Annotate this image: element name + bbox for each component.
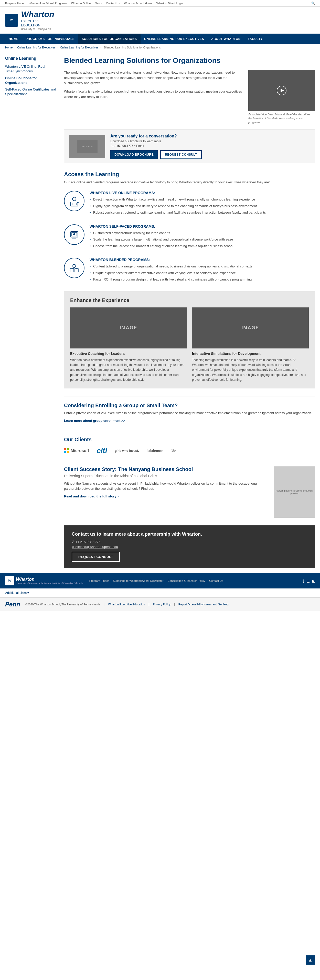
live-online-icon bbox=[69, 196, 80, 207]
footer-link-privacy[interactable]: Privacy Policy bbox=[153, 603, 170, 606]
enhance-cards: IMAGE Executive Coaching for Leaders Wha… bbox=[70, 307, 309, 382]
contact-info: ✆ +1.215.898.1776 ✉ execed@wharton.upenn… bbox=[72, 540, 307, 549]
breadcrumb-online[interactable]: Online Learning for Executives bbox=[17, 46, 55, 49]
citi-logo: citi bbox=[97, 447, 107, 455]
microsoft-logo: Microsoft bbox=[64, 448, 89, 453]
ms-square-green bbox=[67, 448, 69, 450]
cta-banner: turn & return Are you ready for a conver… bbox=[64, 129, 315, 163]
contact-email: ✉ execed@wharton.upenn.edu bbox=[72, 545, 307, 549]
intro-para-1: The world is adjusting to new ways of wo… bbox=[64, 70, 243, 86]
nav-item-faculty[interactable]: FACULTY bbox=[244, 34, 266, 44]
svg-rect-14 bbox=[75, 269, 78, 272]
main-content: Blended Learning Solutions for Organizat… bbox=[64, 56, 315, 568]
group-enrollment-link[interactable]: Learn more about group enrollment >> bbox=[64, 419, 125, 423]
microsoft-label: Microsoft bbox=[71, 449, 89, 453]
nav-item-online[interactable]: ONLINE LEARNING FOR EXECUTIVES bbox=[141, 34, 208, 44]
program-self-paced-name: WHARTON SELF-PACED PROGRAMS: bbox=[90, 224, 315, 229]
breadcrumb-home[interactable]: Home bbox=[5, 46, 13, 49]
contact-phone: ✆ +1.215.898.1776 bbox=[72, 540, 307, 544]
additional-links-toggle[interactable]: Additional Links ▾ bbox=[5, 591, 29, 595]
utility-link-live[interactable]: Wharton Live Virtual Programs bbox=[29, 2, 67, 5]
play-icon bbox=[276, 85, 287, 95]
utility-link-direct[interactable]: Wharton Direct Login bbox=[157, 2, 183, 5]
program-live-bullet-3: Robust curriculum structured to optimize… bbox=[90, 210, 315, 215]
footer-link-newsletter[interactable]: Subscribe to Wharton@Work Newsletter bbox=[113, 579, 163, 582]
nav-item-about[interactable]: ABOUT WHARTON bbox=[208, 34, 244, 44]
site-header: W Wharton EXECUTIVE EDUCATION University… bbox=[0, 7, 320, 34]
sidebar-menu: Wharton LIVE Online: Real-Time/Synchrono… bbox=[5, 64, 56, 96]
clients-section: Our Clients Microsoft citi girls who inv… bbox=[64, 437, 315, 518]
exec-education-label: EXECUTIVE EDUCATION bbox=[21, 19, 54, 27]
access-section-subtitle: Our live online and blended programs lev… bbox=[64, 180, 315, 185]
program-self-paced-bullet-3: Choose from the largest and broadest cat… bbox=[90, 243, 315, 249]
intro-image-area: Associate Vice Dean Michael Malefakis de… bbox=[248, 70, 315, 124]
footer-link-accessibility[interactable]: Report Accessibility Issues and Get Help bbox=[178, 603, 229, 606]
program-live-bullet-1: Direct interaction with Wharton faculty—… bbox=[90, 197, 315, 202]
program-blended-icon bbox=[64, 258, 84, 278]
utility-link-school[interactable]: Wharton School Home bbox=[124, 2, 152, 5]
footer-link-exec-education[interactable]: Wharton Executive Education bbox=[108, 603, 145, 606]
coaching-image-placeholder: IMAGE bbox=[70, 307, 187, 348]
nav-item-programs[interactable]: PROGRAMS FOR INDIVIDUALS bbox=[22, 34, 78, 44]
intro-video-placeholder[interactable] bbox=[248, 70, 315, 111]
enhance-title: Enhance the Experience bbox=[70, 298, 309, 303]
simulations-card-text: Teaching through simulation is a powerfu… bbox=[192, 358, 309, 382]
utility-link-news[interactable]: News bbox=[95, 2, 102, 5]
youtube-icon[interactable]: ▶ bbox=[312, 579, 315, 583]
footer-nav-bar: W Wharton University of Pennsylvania Sam… bbox=[0, 573, 320, 589]
program-self-paced: WHARTON SELF-PACED PROGRAMS: Customized … bbox=[64, 224, 315, 250]
program-blended-bullets: Content tailored to a range of organizat… bbox=[90, 264, 315, 282]
simulations-card-title: Interactive Simulations for Development bbox=[192, 352, 309, 356]
sidebar-item-self-paced[interactable]: Self-Paced Online Certificates and Speci… bbox=[5, 87, 56, 96]
nav-item-solutions[interactable]: SOLUTIONS FOR ORGANIZATIONS bbox=[78, 34, 140, 44]
request-consult-button-top[interactable]: REQUEST CONSULT bbox=[160, 150, 202, 159]
additional-links-bar: Additional Links ▾ bbox=[0, 589, 320, 597]
program-self-paced-bullet-2: Scale the learning across a large, multi… bbox=[90, 237, 315, 242]
linkedin-icon[interactable]: in bbox=[307, 579, 309, 583]
footer-social-links: f in ▶ bbox=[303, 579, 315, 583]
utility-link-online[interactable]: Wharton Online bbox=[71, 2, 90, 5]
sidebar-item-live-online[interactable]: Wharton LIVE Online: Real-Time/Synchrono… bbox=[5, 64, 56, 73]
enhance-card-simulations: IMAGE Interactive Simulations for Develo… bbox=[192, 307, 309, 382]
footer-wharton-shield: W bbox=[5, 576, 14, 585]
self-paced-icon bbox=[69, 229, 80, 240]
program-blended-name: WHARTON BLENDED PROGRAMS: bbox=[90, 258, 315, 262]
lululemon-logo: lululemon bbox=[147, 449, 163, 453]
program-live-bullets: Direct interaction with Wharton faculty—… bbox=[90, 197, 315, 215]
breadcrumb-online2[interactable]: Online Learning for Executives bbox=[60, 46, 98, 49]
program-self-paced-bullets: Customized asynchronous learning for lar… bbox=[90, 231, 315, 249]
program-blended-bullet-1: Content tailored to a range of organizat… bbox=[90, 264, 315, 269]
footer-link-contact[interactable]: Contact Us bbox=[209, 579, 223, 582]
footer-link-cancellation[interactable]: Cancellation & Transfer Policy bbox=[168, 579, 205, 582]
page-layout: Online Learning Wharton LIVE Online: Rea… bbox=[0, 51, 320, 573]
sidebar-title: Online Learning bbox=[5, 56, 56, 61]
utility-bar: Program Finder Wharton Live Virtual Prog… bbox=[0, 0, 320, 7]
page-title: Blended Learning Solutions for Organizat… bbox=[64, 56, 315, 65]
program-live-content: WHARTON LIVE ONLINE PROGRAMS: Direct int… bbox=[90, 191, 315, 217]
svg-point-4 bbox=[73, 197, 76, 201]
sidebar: Online Learning Wharton LIVE Online: Rea… bbox=[5, 56, 56, 568]
cta-banner-image: turn & return bbox=[70, 135, 105, 158]
program-self-paced-icon bbox=[64, 224, 84, 245]
coaching-card-title: Executive Coaching for Leaders bbox=[70, 352, 187, 356]
penn-copyright: ©2020 The Wharton School, The University… bbox=[25, 603, 100, 606]
nav-item-home[interactable]: HOME bbox=[5, 34, 22, 44]
girls-who-invest-logo: girls who invest. bbox=[115, 449, 139, 453]
intro-text: The world is adjusting to new ways of wo… bbox=[64, 70, 243, 124]
case-study-link[interactable]: Read and download the full story » bbox=[64, 494, 119, 498]
penn-footer: Penn ©2020 The Wharton School, The Unive… bbox=[0, 597, 320, 611]
svg-text:turn & return: turn & return bbox=[82, 145, 93, 148]
svg-point-10 bbox=[73, 233, 75, 235]
footer-link-program-finder[interactable]: Program Finder bbox=[89, 579, 109, 582]
case-study-subtitle: Delivering Superb Education in the Midst… bbox=[64, 474, 269, 478]
penn-footer-links: ©2020 The Wharton School, The University… bbox=[25, 603, 315, 606]
main-navigation: HOME PROGRAMS FOR INDIVIDUALS SOLUTIONS … bbox=[0, 34, 320, 44]
facebook-icon[interactable]: f bbox=[303, 579, 304, 583]
sidebar-item-online-solutions[interactable]: Online Solutions for Organizations bbox=[5, 76, 56, 85]
utility-link-program-finder[interactable]: Program Finder bbox=[5, 2, 25, 5]
request-consult-button-bottom[interactable]: REQUEST CONSULT bbox=[72, 552, 120, 562]
download-brochure-button[interactable]: DOWNLOAD BROCHURE bbox=[110, 150, 158, 159]
case-study-image: Nanyang Business School document preview bbox=[274, 466, 315, 518]
utility-link-contact[interactable]: Contact Us bbox=[106, 2, 120, 5]
search-icon[interactable]: 🔍 bbox=[311, 2, 315, 5]
